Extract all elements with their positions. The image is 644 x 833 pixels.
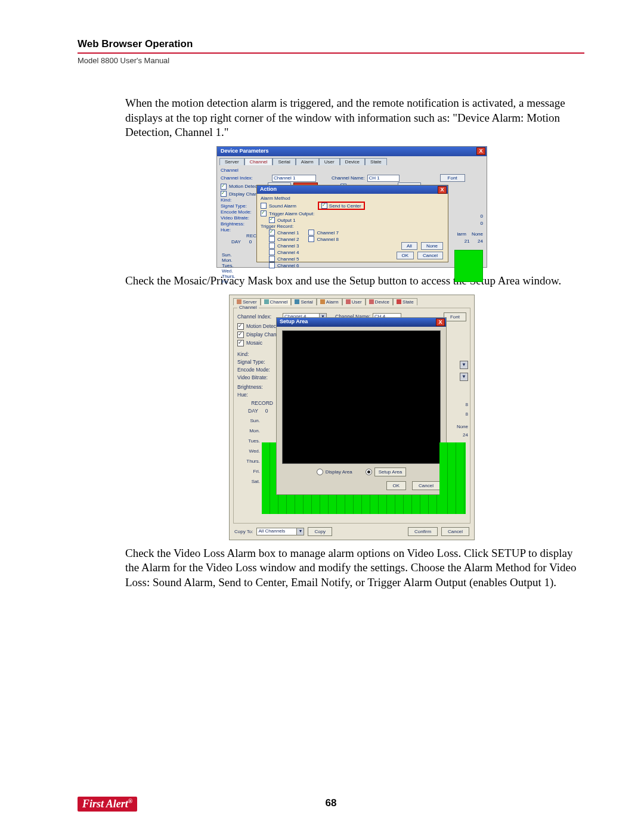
setup-area-close-button[interactable]: X [436,318,445,326]
channel-name-input[interactable]: CH 1 [367,175,400,182]
trigger-alarm-output-checkbox[interactable] [261,210,267,216]
sound-alarm-checkbox[interactable] [261,203,267,209]
rec-ch3-checkbox[interactable] [269,243,275,249]
header-rule [78,52,584,54]
setup-area-radio[interactable] [366,469,372,475]
tab2-serial-label: Serial [301,299,312,305]
day-wed: Wed. [222,268,236,274]
page-footer: First Alert® 68 [78,797,584,809]
serial-icon [295,299,299,304]
tab2-user[interactable]: User [342,298,366,305]
tab-alarm[interactable]: Alarm [296,158,319,165]
window-titlebar: Device Parameters X [217,147,487,156]
tab-device[interactable]: Device [340,158,365,165]
close-button[interactable]: X [476,147,485,155]
action-all-button[interactable]: All [401,242,417,250]
display-area-radio[interactable] [317,469,323,475]
right-values-col: 0 0 larm None 21 24 [457,213,483,245]
action-cancel-button[interactable]: Cancel [417,252,443,259]
channel-icon [264,299,269,304]
display-channel-name-checkbox[interactable] [221,191,227,197]
font-button[interactable]: Font [440,174,465,182]
kind-dropdown-arrow[interactable]: ▼ [460,361,468,369]
motion-detect-checkbox-2[interactable] [237,323,244,330]
trigger-alarm-output-label: Trigger Alarm Output: [269,211,314,216]
rec-ch3-label: Channel 3 [277,243,299,249]
server-icon [237,299,242,304]
action-dialog-title: Action [260,186,277,192]
tab2-alarm[interactable]: Alarm [317,298,342,305]
tab-serial[interactable]: Serial [273,158,295,165]
action-none-button[interactable]: None [421,242,443,250]
hour-21: 21 [465,239,470,244]
tab-user[interactable]: User [319,158,340,165]
copy-button[interactable]: Copy [308,527,332,536]
hour-24-2: 24 [463,432,468,438]
motion-detect-label-2: Motion Detect [246,323,277,329]
trigger-record-label: Trigger Record: [261,224,444,229]
action-dialog-close-button[interactable]: X [438,186,447,194]
setup-area-video-preview[interactable] [282,330,441,464]
tab-state[interactable]: State [365,158,387,165]
setup-area-dialog: Setup Area X Display Area Setup Area OK [276,317,447,495]
mosaic-checkbox[interactable] [237,340,244,346]
rec-ch1-checkbox[interactable] [269,230,275,236]
setup-area-ok-button[interactable]: OK [386,481,407,490]
day-label: DAY [231,239,241,244]
schedule-grid-fragment[interactable] [454,250,483,282]
rec-ch8-checkbox[interactable] [308,236,314,242]
hue-label-2: Hue: [237,392,280,398]
tab-channel[interactable]: Channel [244,158,273,165]
tab-server[interactable]: Server [219,158,244,165]
tab2-state-label: State [402,299,414,305]
none-header: None [472,231,483,237]
video-bitrate-label-2: Video Bitrate: [237,374,280,380]
copy-to-select[interactable]: All Channels ▼ [256,528,304,535]
day-label-2: DAY [248,408,258,414]
rec-ch7-checkbox[interactable] [308,230,314,236]
confirm-button[interactable]: Confirm [408,527,438,536]
tab2-device[interactable]: Device [366,298,393,305]
tab2-state[interactable]: State [393,298,417,305]
d2-sat: Sat. [240,476,260,487]
tab2-serial[interactable]: Serial [291,298,316,305]
day-mon: Mon. [222,258,236,263]
paragraph-2: Check the Mosaic/Privacy Mask box and us… [125,274,578,289]
output1-checkbox[interactable] [269,217,275,223]
send-to-center-checkbox[interactable] [321,203,327,209]
display-area-label: Display Area [326,469,352,475]
encode-mode-label-2: Encode Mode: [237,367,280,373]
channel-index-label: Channel Index: [221,175,270,181]
manual-subtitle: Model 8800 User's Manual [78,56,584,65]
channel-index-label-2: Channel Index: [237,314,280,320]
device-icon [369,299,374,304]
setup-area-title: Setup Area [280,318,308,324]
send-to-center-highlight: Send to Center [318,202,365,210]
rec-ch1-label: Channel 1 [277,230,299,236]
motion-detect-label: Motion Detect [229,184,258,189]
rec-ch6-checkbox[interactable] [269,262,275,268]
channel-index-select[interactable]: Channel 1 [272,175,316,182]
d2-thu: Thurs. [240,456,260,466]
font-button-2[interactable]: Font [444,312,466,321]
action-ok-button[interactable]: OK [397,252,414,259]
screenshot-setup-area: Server Channel Serial Alarm User Device … [229,295,475,540]
state-icon [397,299,401,304]
rec-ch5-checkbox[interactable] [269,256,275,262]
display-channel-checkbox-2[interactable] [237,332,244,338]
days-column: Sun. Mon. Tues. Wed. Thurs. Fri. [222,252,236,284]
hue-value: 0 [457,220,483,227]
setup-area-cancel-button[interactable]: Cancel [412,481,440,490]
schedule-right-fragment[interactable] [439,442,466,514]
chevron-down-icon: ▼ [296,528,304,535]
copy-to-label: Copy To: [234,529,253,534]
cancel-button-outer[interactable]: Cancel [441,527,469,536]
signal-dropdown-arrow[interactable]: ▼ [460,373,468,381]
rec-ch2-checkbox[interactable] [269,236,275,242]
tab2-channel[interactable]: Channel [261,298,292,305]
motion-detect-checkbox[interactable] [221,184,227,190]
rec-ch4-checkbox[interactable] [269,249,275,255]
d2-wed: Wed. [240,446,260,456]
alarm-method-label: Alarm Method [261,196,444,201]
page: Web Browser Operation Model 8800 User's … [0,0,644,833]
